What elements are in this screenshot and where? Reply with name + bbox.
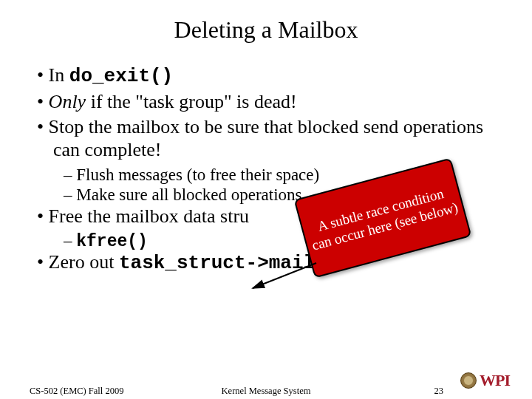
slide-title: Deleting a Mailbox [0,0,532,44]
bullet-2-only: Only [49,91,86,112]
seal-icon [460,372,477,389]
bullet-3: Stop the mailbox to be sure that blocked… [37,116,495,161]
slide: Deleting a Mailbox In do_exit() Only if … [0,0,532,399]
callout-text: A subtle race condition can occur here (… [305,182,460,254]
bullet-1: In do_exit() [37,64,495,88]
bullet-2-rest: if the "task group" is dead! [86,91,297,112]
code-kfree: kfree() [76,232,148,251]
footer-right: 23 [434,386,444,397]
bullet-5-prefix: Zero out [49,251,119,273]
wpi-text: WPI [480,371,510,390]
bullet-1-prefix: In [49,64,69,86]
footer-center: Kernel Message System [0,386,532,397]
code-do-exit: do_exit() [69,65,173,87]
wpi-logo: WPI [460,371,510,390]
bullet-5: Zero out task_struct->mailbox [37,251,495,275]
bullet-2: Only if the "task group" is dead! [37,91,495,114]
